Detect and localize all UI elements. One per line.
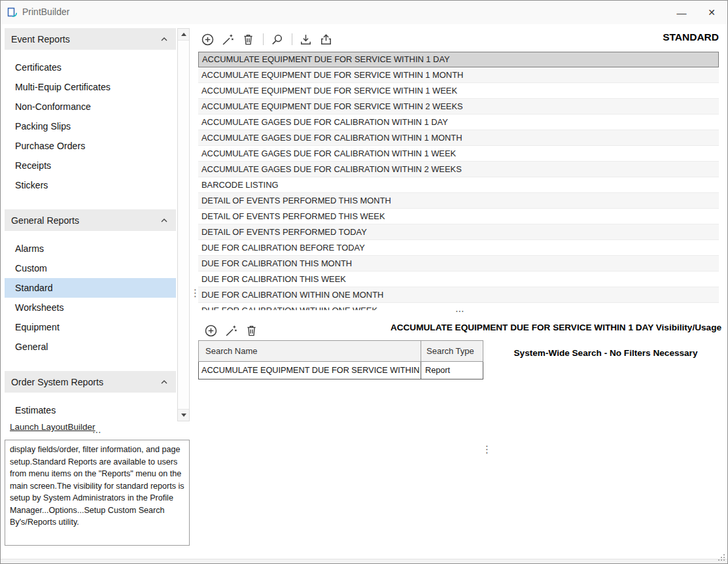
sidebar-item-custom[interactable]: Custom (5, 258, 176, 278)
report-row[interactable]: ACCUMULATE EQUIPMENT DUE FOR SERVICE WIT… (198, 67, 719, 83)
section-header-event-reports[interactable]: Event Reports (5, 28, 176, 50)
section-label: Order System Reports (11, 377, 159, 387)
section-label: Event Reports (11, 34, 159, 44)
table-cell: Report (421, 362, 483, 379)
table-row[interactable]: ACCUMULATE EQUIPMENT DUE FOR SERVICE WIT… (198, 362, 483, 379)
import-button[interactable] (299, 33, 313, 46)
sidebar-item-alarms[interactable]: Alarms (5, 239, 176, 258)
toolbar-separator (263, 33, 264, 45)
export-button[interactable] (319, 33, 333, 46)
sidebar-splitter-handle[interactable]: ⋯ (5, 429, 190, 436)
delete-report-button[interactable] (241, 33, 255, 46)
search-table-header: Search NameSearch Type (198, 340, 483, 362)
edit-search-button[interactable] (224, 324, 238, 338)
report-row[interactable]: ACCUMULATE EQUIPMENT DUE FOR SERVICE WIT… (198, 99, 719, 115)
report-row[interactable]: DUE FOR CALIBRATION THIS MONTH (198, 256, 719, 272)
section-header-order-system-reports[interactable]: Order System Reports (5, 371, 176, 393)
table-cell: ACCUMULATE EQUIPMENT DUE FOR SERVICE WIT… (198, 362, 421, 379)
report-row[interactable]: ACCUMULATE GAGES DUE FOR CALIBRATION WIT… (198, 130, 719, 146)
sidebar-item-general[interactable]: General (5, 337, 176, 357)
window-title: PrintBuilder (22, 7, 69, 17)
sidebar: Event ReportsCertificatesMulti-Equip Cer… (5, 28, 176, 420)
sidebar-resize-handle[interactable]: ⋮ (190, 287, 200, 299)
sidebar-item-non-conformance[interactable]: Non-Conformance (5, 97, 176, 116)
visibility-usage-title: ACCUMULATE EQUIPMENT DUE FOR SERVICE WIT… (390, 323, 721, 332)
sidebar-item-equipment[interactable]: Equipment (5, 317, 176, 337)
detail-resize-handle[interactable]: ⋮ (482, 444, 492, 455)
scroll-up-button[interactable] (178, 29, 189, 41)
down-arrow-icon (181, 414, 186, 417)
up-arrow-icon (181, 33, 186, 36)
detail-toolbar (204, 321, 265, 340)
sidebar-item-certificates[interactable]: Certificates (5, 58, 176, 77)
titlebar: PrintBuilder — ✕ (1, 1, 727, 24)
sidebar-item-stickers[interactable]: Stickers (5, 175, 176, 195)
sidebar-item-multi-equip-certificates[interactable]: Multi-Equip Certificates (5, 77, 176, 97)
report-row[interactable]: DUE FOR CALIBRATION BEFORE TODAY (198, 240, 719, 256)
add-search-button[interactable] (204, 324, 218, 338)
column-header-search-name[interactable]: Search Name (198, 340, 421, 362)
chevron-up-icon[interactable] (159, 34, 169, 44)
report-row[interactable]: ACCUMULATE GAGES DUE FOR CALIBRATION WIT… (198, 146, 719, 162)
system-wide-search-note: System-Wide Search - No Filters Necessar… (488, 348, 723, 358)
scroll-down-button[interactable] (178, 409, 189, 421)
search-button[interactable] (270, 33, 284, 46)
sidebar-item-packing-slips[interactable]: Packing Slips (5, 116, 176, 136)
bottom-strip (1, 559, 727, 563)
chevron-up-icon[interactable] (159, 215, 169, 226)
report-row[interactable]: ACCUMULATE EQUIPMENT DUE FOR SERVICE WIT… (198, 83, 719, 99)
add-report-button[interactable] (201, 33, 215, 46)
main-toolbar (201, 29, 339, 49)
sidebar-item-estimates[interactable]: Estimates (5, 400, 176, 420)
sidebar-sections: Event ReportsCertificatesMulti-Equip Cer… (5, 28, 176, 420)
minimize-button[interactable]: — (667, 1, 697, 24)
report-row[interactable]: DETAIL OF EVENTS PERFORMED THIS WEEK (198, 209, 719, 224)
section-header-general-reports[interactable]: General Reports (5, 209, 176, 231)
sidebar-item-worksheets[interactable]: Worksheets (5, 298, 176, 317)
report-row[interactable]: DETAIL OF EVENTS PERFORMED THIS MONTH (198, 193, 719, 209)
close-button[interactable]: ✕ (697, 1, 727, 24)
edit-report-button[interactable] (221, 33, 235, 46)
report-description-box: display fields/order, filter information… (5, 440, 190, 546)
chevron-up-icon[interactable] (159, 377, 169, 387)
report-list: ACCUMULATE EQUIPMENT DUE FOR SERVICE WIT… (198, 52, 719, 310)
report-row[interactable]: BARCODE LISTING (198, 177, 719, 193)
app-icon (7, 7, 18, 18)
panel-splitter-handle[interactable]: ⋯ (198, 308, 722, 315)
report-row[interactable]: ACCUMULATE GAGES DUE FOR CALIBRATION WIT… (198, 115, 719, 130)
search-table: Search NameSearch Type ACCUMULATE EQUIPM… (198, 340, 483, 379)
sidebar-item-receipts[interactable]: Receipts (5, 156, 176, 175)
report-row[interactable]: ACCUMULATE EQUIPMENT DUE FOR SERVICE WIT… (198, 52, 719, 67)
delete-search-button[interactable] (245, 324, 258, 338)
close-icon: ✕ (708, 7, 716, 18)
toolbar-separator (292, 33, 292, 45)
printbuilder-window: PrintBuilder — ✕ Event ReportsCertificat… (0, 0, 728, 564)
section-label: General Reports (11, 215, 159, 226)
sidebar-item-purchase-orders[interactable]: Purchase Orders (5, 136, 176, 156)
column-header-search-type[interactable]: Search Type (421, 340, 483, 362)
sidebar-item-standard[interactable]: Standard (5, 278, 176, 298)
resize-grip[interactable] (718, 554, 725, 561)
minimize-icon: — (677, 7, 687, 18)
search-table-body: ACCUMULATE EQUIPMENT DUE FOR SERVICE WIT… (198, 362, 483, 379)
report-row[interactable]: DUE FOR CALIBRATION WITHIN ONE MONTH (198, 287, 719, 303)
report-row[interactable]: DETAIL OF EVENTS PERFORMED TODAY (198, 224, 719, 240)
sidebar-scrollbar[interactable] (177, 28, 190, 421)
report-row[interactable]: ACCUMULATE GAGES DUE FOR CALIBRATION WIT… (198, 162, 719, 177)
category-label: STANDARD (663, 31, 719, 43)
report-row[interactable]: DUE FOR CALIBRATION THIS WEEK (198, 272, 719, 287)
